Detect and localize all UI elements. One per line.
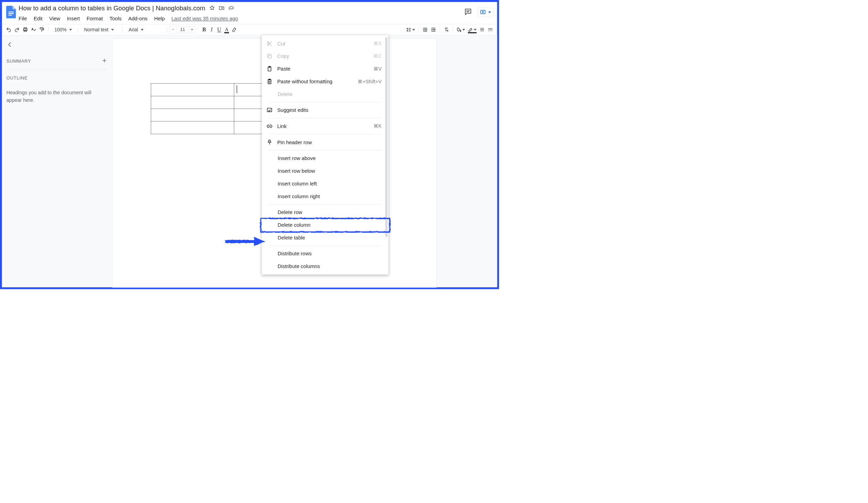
border-color-button[interactable] [467, 26, 478, 34]
zoom-value: 100% [54, 27, 66, 32]
collapse-outline-button[interactable] [6, 41, 107, 49]
paint-format-button[interactable] [38, 26, 46, 34]
ctx-label: Distribute columns [278, 263, 320, 269]
increase-font-size-button[interactable]: + [188, 26, 196, 33]
print-button[interactable] [21, 26, 29, 34]
style-value: Normal text [84, 27, 108, 32]
menu-help[interactable]: Help [154, 16, 165, 22]
svg-rect-13 [490, 30, 491, 30]
svg-rect-10 [480, 31, 484, 31]
ctx-distribute-columns[interactable]: Distribute columns [262, 260, 388, 273]
highlight-color-button[interactable] [231, 26, 239, 34]
last-edit-link[interactable]: Last edit was 35 minutes ago [172, 16, 238, 22]
ctx-cut: Cut ⌘X [262, 37, 388, 50]
chevron-down-icon [474, 29, 477, 31]
menu-file[interactable]: File [19, 16, 27, 22]
ctx-copy: Copy ⌘C [262, 50, 388, 63]
ctx-insert-column-left[interactable]: Insert column left [262, 177, 388, 190]
menu-addons[interactable]: Add-ons [128, 16, 147, 22]
ctx-insert-row-below[interactable]: Insert row below [262, 164, 388, 177]
table-context-menu: Cut ⌘X Copy ⌘C Paste ⌘V Paste without fo… [262, 35, 388, 275]
ctx-copy-label: Copy [277, 53, 289, 59]
chevron-down-icon [111, 29, 114, 31]
move-icon[interactable] [219, 5, 225, 12]
pin-icon [267, 139, 272, 145]
suggest-edits-icon [267, 107, 272, 113]
summary-heading: SUMMARY [6, 58, 31, 64]
clipboard-icon [267, 66, 272, 72]
svg-rect-14 [492, 30, 493, 30]
menu-insert[interactable]: Insert [67, 16, 80, 22]
ctx-label: Insert row below [278, 168, 315, 174]
ctx-delete-column[interactable]: Delete column [262, 218, 388, 231]
ctx-paste[interactable]: Paste ⌘V [262, 63, 388, 75]
ctx-label: Delete column [278, 222, 311, 228]
underline-button[interactable]: U [216, 26, 223, 34]
svg-rect-1 [8, 13, 14, 14]
cloud-status-icon[interactable] [228, 5, 234, 12]
document-title[interactable]: How to add a column to tables in Google … [19, 5, 205, 12]
ctx-label: Delete row [278, 209, 302, 215]
decrease-indent-button[interactable] [421, 26, 429, 34]
menu-format[interactable]: Format [87, 16, 103, 22]
undo-button[interactable] [5, 26, 13, 34]
border-dash-button[interactable] [487, 26, 495, 34]
font-dropdown[interactable]: Arial [125, 27, 165, 32]
ctx-label: Insert row above [278, 155, 316, 161]
svg-rect-16 [489, 31, 490, 31]
border-width-button[interactable] [478, 26, 486, 34]
ctx-delete-label: Delete [278, 91, 292, 97]
add-summary-button[interactable] [102, 58, 107, 64]
ctx-pin-header-row[interactable]: Pin header row [262, 136, 388, 148]
ctx-paste-nofmt-label: Paste without formatting [277, 79, 332, 85]
star-icon[interactable] [209, 5, 215, 12]
ctx-delete-row[interactable]: Delete row [262, 206, 388, 219]
ctx-delete-table[interactable]: Delete table [262, 231, 388, 244]
fill-color-button[interactable] [455, 26, 466, 34]
bold-button[interactable]: B [200, 26, 208, 34]
ctx-label: Insert column right [278, 193, 320, 199]
docs-logo[interactable] [5, 3, 18, 20]
toolbar: 100% Normal text Arial − 11 + B I U A [2, 24, 497, 35]
styles-dropdown[interactable]: Normal text [81, 27, 120, 32]
ctx-distribute-rows[interactable]: Distribute rows [262, 247, 388, 260]
redo-button[interactable] [13, 26, 21, 34]
ctx-cut-label: Cut [277, 41, 285, 47]
svg-rect-12 [488, 30, 489, 30]
menu-view[interactable]: View [49, 16, 60, 22]
comments-button[interactable] [464, 8, 472, 17]
ctx-insert-row-above[interactable]: Insert row above [262, 152, 388, 165]
ctx-suggest-edits[interactable]: Suggest edits [262, 104, 388, 117]
ctx-paste-label: Paste [277, 66, 290, 72]
svg-rect-8 [480, 28, 484, 29]
clipboard-plain-icon [267, 79, 272, 84]
outline-placeholder: Headings you add to the document will ap… [6, 89, 101, 104]
decrease-font-size-button[interactable]: − [169, 26, 177, 33]
zoom-dropdown[interactable]: 100% [51, 27, 76, 32]
chevron-down-icon [488, 11, 491, 13]
spellcheck-button[interactable] [30, 26, 38, 34]
line-spacing-button[interactable] [405, 26, 416, 34]
ctx-link-shortcut: ⌘K [373, 124, 382, 129]
italic-button[interactable]: I [208, 26, 215, 34]
svg-rect-9 [480, 30, 484, 30]
ctx-link[interactable]: Link ⌘K [262, 120, 388, 132]
clear-formatting-button[interactable] [442, 26, 450, 34]
outline-heading: OUTLINE [6, 75, 107, 81]
ctx-label: Distribute rows [278, 250, 312, 257]
ctx-label: Delete table [278, 235, 305, 241]
font-size-value[interactable]: 11 [177, 26, 189, 33]
scissors-icon [267, 41, 272, 47]
ctx-paste-without-formatting[interactable]: Paste without formatting ⌘+Shift+V [262, 75, 388, 88]
copy-icon [267, 53, 272, 59]
svg-rect-27 [267, 109, 272, 112]
svg-rect-19 [492, 31, 493, 31]
menu-tools[interactable]: Tools [110, 16, 122, 22]
increase-indent-button[interactable] [430, 26, 437, 34]
ctx-insert-column-right[interactable]: Insert column right [262, 190, 388, 203]
svg-rect-7 [40, 28, 43, 29]
text-color-button[interactable]: A [223, 26, 230, 34]
svg-rect-11 [488, 28, 493, 29]
menu-edit[interactable]: Edit [34, 16, 43, 22]
share-button[interactable] [477, 8, 494, 17]
